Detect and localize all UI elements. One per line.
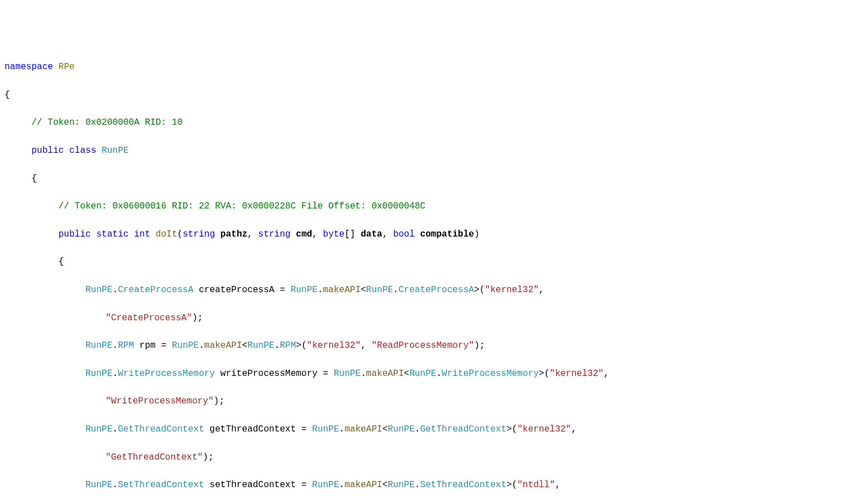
- string: "kernel32": [307, 340, 361, 351]
- string: "CreateProcessA": [106, 313, 192, 323]
- string: "GetThreadContext": [106, 452, 203, 462]
- code-line: {: [4, 88, 847, 102]
- var: setThreadContext: [210, 480, 296, 490]
- brace: {: [31, 174, 37, 184]
- method-name: doIt: [156, 229, 177, 239]
- type: RunPE: [85, 340, 112, 351]
- keyword: byte: [323, 229, 345, 239]
- var: writeProcessMemory: [220, 369, 318, 379]
- type: RunPE: [85, 369, 112, 379]
- code-line: // Token: 0x0200000A RID: 10: [4, 116, 847, 130]
- string: "kernel32": [485, 285, 539, 295]
- class-name: RunPE: [102, 146, 129, 156]
- method: makeAPI: [204, 340, 242, 351]
- string: "ReadProcessMemory": [372, 340, 474, 351]
- code-line: RunPE.SetThreadContext setThreadContext …: [4, 478, 847, 492]
- type: GetThreadContext: [420, 424, 506, 434]
- type: RunPE: [388, 480, 415, 490]
- code-line: "CreateProcessA");: [4, 311, 847, 325]
- string: "WriteProcessMemory": [106, 396, 214, 406]
- code-line: // Token: 0x06000016 RID: 22 RVA: 0x0000…: [4, 199, 847, 214]
- type: RunPE: [291, 285, 318, 295]
- type: SetThreadContext: [420, 480, 506, 490]
- keyword: string: [183, 229, 215, 239]
- method: makeAPI: [345, 424, 382, 434]
- code-line: RunPE.RPM rpm = RunPE.makeAPI<RunPE.RPM>…: [4, 339, 847, 353]
- code-line: namespace RPe: [4, 60, 847, 74]
- type: RunPE: [247, 340, 274, 351]
- type: RunPE: [172, 340, 199, 351]
- code-line: public static int doIt(string pathz, str…: [4, 228, 847, 242]
- keyword: public: [31, 146, 64, 156]
- method: makeAPI: [323, 285, 361, 295]
- code-line: RunPE.WriteProcessMemory writeProcessMem…: [4, 367, 847, 381]
- string: "kernel32": [517, 424, 571, 434]
- type: RunPE: [85, 480, 112, 490]
- type: RunPE: [409, 369, 436, 379]
- type: RunPE: [85, 424, 112, 434]
- type: RunPE: [334, 369, 361, 379]
- keyword: bool: [393, 229, 414, 239]
- string: "kernel32": [550, 369, 604, 379]
- type: WriteProcessMemory: [442, 369, 539, 379]
- param: data: [361, 229, 382, 239]
- method: makeAPI: [366, 369, 404, 379]
- comment: // Token: 0x06000016 RID: 22 RVA: 0x0000…: [58, 201, 425, 211]
- param: pathz: [220, 229, 247, 239]
- comment: // Token: 0x0200000A RID: 10: [31, 117, 183, 128]
- code-line: "WriteProcessMemory");: [4, 394, 847, 408]
- keyword: int: [134, 229, 150, 239]
- keyword: class: [69, 146, 96, 156]
- keyword: static: [96, 229, 129, 239]
- keyword-namespace: namespace: [4, 62, 53, 72]
- code-line: {: [4, 172, 847, 186]
- type: GetThreadContext: [118, 424, 205, 434]
- code-block: namespace RPe { // Token: 0x0200000A RID…: [4, 46, 847, 504]
- type: RPM: [118, 340, 134, 351]
- type: RunPE: [388, 424, 415, 434]
- brace: {: [4, 90, 10, 100]
- type: CreateProcessA: [399, 285, 474, 295]
- code-line: RunPE.CreateProcessA createProcessA = Ru…: [4, 283, 847, 297]
- string: "ntdll": [517, 480, 555, 490]
- keyword: string: [258, 229, 291, 239]
- type: WriteProcessMemory: [118, 369, 215, 379]
- code-line: {: [4, 255, 847, 269]
- type: RunPE: [312, 480, 339, 490]
- code-line: public class RunPE: [4, 144, 847, 158]
- var: createProcessA: [199, 285, 274, 295]
- type: SetThreadContext: [118, 480, 205, 490]
- type: RunPE: [366, 285, 393, 295]
- type: RPM: [280, 340, 296, 351]
- method: makeAPI: [345, 480, 382, 490]
- param: cmd: [296, 229, 313, 239]
- code-line: RunPE.GetThreadContext getThreadContext …: [4, 423, 847, 437]
- keyword: public: [58, 229, 91, 239]
- param: compatible: [420, 229, 474, 239]
- code-line: "GetThreadContext");: [4, 451, 847, 465]
- type: RunPE: [85, 285, 112, 295]
- brace: {: [58, 257, 64, 267]
- type: CreateProcessA: [118, 285, 193, 295]
- var: getThreadContext: [210, 424, 296, 434]
- type: RunPE: [312, 424, 339, 434]
- namespace-name: RPe: [58, 62, 75, 72]
- var: rpm: [139, 340, 156, 351]
